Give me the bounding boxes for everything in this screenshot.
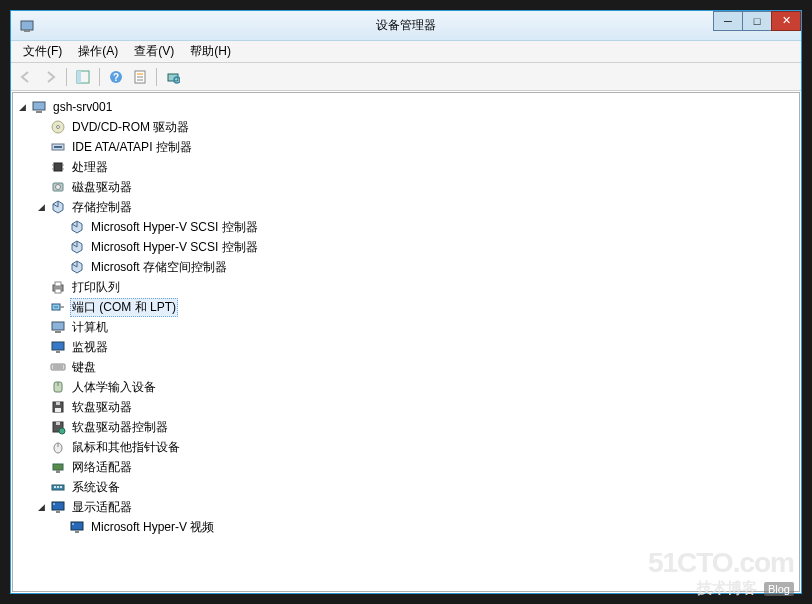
floppy-icon [50, 399, 66, 415]
collapse-icon[interactable]: ◢ [34, 500, 48, 514]
tree-node-label[interactable]: 磁盘驱动器 [70, 178, 134, 197]
tree-node-label[interactable]: 软盘驱动器控制器 [70, 418, 170, 437]
tree-node[interactable]: ▷Microsoft Hyper-V 视频 [53, 517, 797, 537]
tree-node[interactable]: ▷处理器 [34, 157, 797, 177]
tree-node[interactable]: ▷计算机 [34, 317, 797, 337]
tree-node-label[interactable]: 人体学输入设备 [70, 378, 158, 397]
svg-rect-17 [54, 146, 62, 148]
tree-node[interactable]: ▷人体学输入设备 [34, 377, 797, 397]
minimize-button[interactable]: ─ [713, 11, 743, 31]
tree-node-label[interactable]: Microsoft Hyper-V SCSI 控制器 [89, 238, 260, 257]
tree-node[interactable]: ▷系统设备 [34, 477, 797, 497]
cpu-icon [50, 159, 66, 175]
tree-node[interactable]: ▷打印队列 [34, 277, 797, 297]
svg-rect-58 [75, 531, 79, 533]
tree-node[interactable]: ▷磁盘驱动器 [34, 177, 797, 197]
expander-spacer: ▷ [34, 360, 48, 374]
svg-rect-49 [56, 470, 60, 473]
device-tree-panel[interactable]: ◢gsh-srv001▷DVD/CD-ROM 驱动器▷IDE ATA/ATAPI… [12, 92, 800, 592]
menu-action[interactable]: 操作(A) [70, 41, 126, 62]
app-icon [19, 18, 35, 34]
svg-rect-31 [52, 322, 64, 330]
storage-icon [69, 219, 85, 235]
tree-node[interactable]: ◢显示适配器 [34, 497, 797, 517]
collapse-icon[interactable]: ◢ [34, 200, 48, 214]
tree-node[interactable]: ▷软盘驱动器 [34, 397, 797, 417]
menu-view[interactable]: 查看(V) [126, 41, 182, 62]
forward-button [39, 66, 61, 88]
titlebar[interactable]: 设备管理器 ─ □ ✕ [11, 11, 801, 41]
menu-file[interactable]: 文件(F) [15, 41, 70, 62]
window-controls: ─ □ ✕ [713, 11, 801, 31]
expander-spacer: ▷ [34, 480, 48, 494]
svg-rect-0 [21, 21, 33, 30]
computer-icon [50, 319, 66, 335]
tree-node-label[interactable]: 端口 (COM 和 LPT) [70, 298, 178, 317]
system-icon [50, 479, 66, 495]
tree-node[interactable]: ▷Microsoft 存储空间控制器 [53, 257, 797, 277]
close-button[interactable]: ✕ [771, 11, 801, 31]
tree-node-label[interactable]: IDE ATA/ATAPI 控制器 [70, 138, 194, 157]
toolbar-separator [99, 68, 100, 86]
svg-point-24 [56, 185, 61, 190]
tree-root-node[interactable]: ◢gsh-srv001 [15, 97, 797, 117]
expander-spacer: ▷ [34, 120, 48, 134]
storage-icon [50, 199, 66, 215]
tree-node-label[interactable]: 网络适配器 [70, 458, 134, 477]
computer-icon [31, 99, 47, 115]
tree-node[interactable]: ▷DVD/CD-ROM 驱动器 [34, 117, 797, 137]
display-icon [50, 499, 66, 515]
hid-icon [50, 379, 66, 395]
tree-node-label[interactable]: 鼠标和其他指针设备 [70, 438, 182, 457]
tree-node-label[interactable]: Microsoft 存储空间控制器 [89, 258, 229, 277]
expander-spacer: ▷ [34, 180, 48, 194]
tree-node-label[interactable]: 计算机 [70, 318, 110, 337]
tree-node-label[interactable]: 处理器 [70, 158, 110, 177]
expander-spacer: ▷ [53, 220, 67, 234]
mouse-icon [50, 439, 66, 455]
tree-node[interactable]: ▷Microsoft Hyper-V SCSI 控制器 [53, 217, 797, 237]
svg-point-15 [57, 126, 60, 129]
tree-node[interactable]: ▷网络适配器 [34, 457, 797, 477]
tree-node-label[interactable]: DVD/CD-ROM 驱动器 [70, 118, 191, 137]
expander-spacer: ▷ [34, 320, 48, 334]
tree-node[interactable]: ▷IDE ATA/ATAPI 控制器 [34, 137, 797, 157]
maximize-button[interactable]: □ [742, 11, 772, 31]
svg-point-29 [54, 306, 56, 308]
back-button [15, 66, 37, 88]
menu-help[interactable]: 帮助(H) [182, 41, 239, 62]
port-icon [50, 299, 66, 315]
scan-hardware-button[interactable] [162, 66, 184, 88]
svg-rect-18 [54, 163, 62, 171]
svg-rect-34 [56, 351, 60, 353]
tree-node-label[interactable]: 键盘 [70, 358, 98, 377]
tree-node[interactable]: ▷Microsoft Hyper-V SCSI 控制器 [53, 237, 797, 257]
network-icon [50, 459, 66, 475]
help-button[interactable]: ? [105, 66, 127, 88]
tree-node-label[interactable]: 打印队列 [70, 278, 122, 297]
expander-spacer: ▷ [34, 160, 48, 174]
svg-point-51 [54, 486, 56, 488]
tree-root-label[interactable]: gsh-srv001 [51, 99, 114, 115]
tree-node[interactable]: ▷鼠标和其他指针设备 [34, 437, 797, 457]
expander-spacer: ▷ [53, 240, 67, 254]
properties-button[interactable] [129, 66, 151, 88]
expander-spacer: ▷ [34, 340, 48, 354]
tree-node[interactable]: ▷监视器 [34, 337, 797, 357]
tree-node[interactable]: ▷键盘 [34, 357, 797, 377]
tree-node[interactable]: ◢存储控制器 [34, 197, 797, 217]
tree-node-label[interactable]: 存储控制器 [70, 198, 134, 217]
tree-node-label[interactable]: 软盘驱动器 [70, 398, 134, 417]
tree-node-label[interactable]: Microsoft Hyper-V SCSI 控制器 [89, 218, 260, 237]
tree-node-label[interactable]: Microsoft Hyper-V 视频 [89, 518, 216, 537]
show-hide-console-tree-button[interactable] [72, 66, 94, 88]
expander-spacer: ▷ [34, 440, 48, 454]
toolbar-separator [156, 68, 157, 86]
device-manager-window: 设备管理器 ─ □ ✕ 文件(F) 操作(A) 查看(V) 帮助(H) ? [10, 10, 802, 594]
tree-node[interactable]: ▷端口 (COM 和 LPT) [34, 297, 797, 317]
tree-node-label[interactable]: 系统设备 [70, 478, 122, 497]
tree-node-label[interactable]: 监视器 [70, 338, 110, 357]
collapse-icon[interactable]: ◢ [15, 100, 29, 114]
tree-node[interactable]: ▷软盘驱动器控制器 [34, 417, 797, 437]
tree-node-label[interactable]: 显示适配器 [70, 498, 134, 517]
